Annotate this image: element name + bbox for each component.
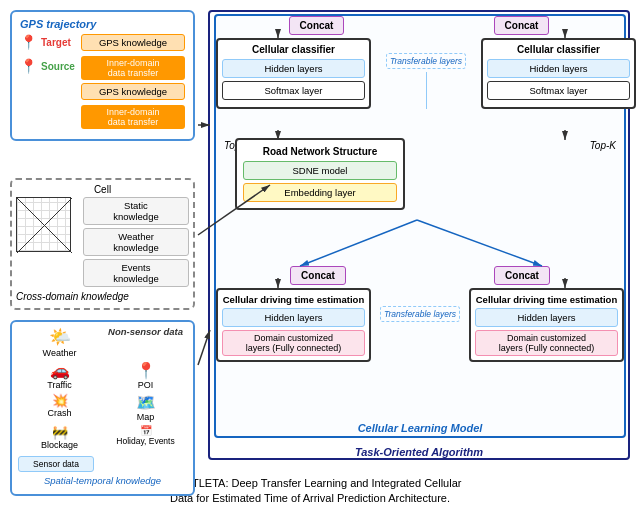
softmax-right: Softmax layer: [487, 81, 630, 100]
concat-top-row: Concat Concat: [214, 16, 624, 35]
blockage-item: 🚧 Blockage: [18, 425, 101, 450]
holiday-item: 📅 Holiday, Events: [104, 425, 187, 450]
poi-item: 📍 POI: [104, 361, 187, 390]
source-pin-icon: 📍: [20, 58, 37, 74]
non-sensor-item: Non-sensor data: [104, 326, 187, 358]
concat-mid-row: Concat Concat: [216, 266, 624, 285]
hidden-layers-est-right: Hidden layers: [475, 308, 618, 327]
cross-domain-box: Cell Staticknowledge Weatherk: [10, 178, 195, 310]
concat-top-right: Concat: [494, 16, 550, 35]
poi-icon: 📍: [136, 361, 156, 380]
gps-title: GPS trajectory: [20, 18, 185, 30]
gps-box: GPS trajectory 📍 Target 📍 Source GPS: [10, 10, 195, 141]
transferable-middle: Transferable layers: [396, 38, 456, 109]
classifier-right: Cellular classifier Hidden layers Softma…: [481, 38, 636, 109]
domain-custom-right: Domain customizedlayers (Fully connected…: [475, 330, 618, 356]
spatial-grid: 🌤️ Weather Non-sensor data 🚗 Traffic 📍 P…: [18, 326, 187, 450]
transferable-label2: Transferable layers: [380, 306, 460, 322]
sensor-data-box: Sensor data: [18, 456, 94, 472]
events-knowledge: Eventsknowledge: [83, 259, 189, 287]
top-k-right: Top-K: [590, 140, 616, 151]
static-knowledge: Staticknowledge: [83, 197, 189, 225]
cell-grid: [16, 197, 71, 252]
hidden-layers-est-left: Hidden layers: [222, 308, 365, 327]
spatial-title: Spatial-temporal knowledge: [18, 475, 187, 486]
crash-icon: 💥: [52, 393, 68, 408]
holiday-icon: 📅: [140, 425, 152, 436]
map-icon: 🗺️: [136, 393, 156, 412]
estimation-row: Cellular driving time estimation Hidden …: [216, 288, 624, 362]
weather-item: 🌤️ Weather: [18, 326, 101, 358]
concat-mid-left: Concat: [290, 266, 346, 285]
road-network-box: Road Network Structure SDNE model Embedd…: [235, 138, 405, 210]
crash-item: 💥 Crash: [18, 393, 101, 422]
estimation-right-title: Cellular driving time estimation: [475, 294, 618, 305]
concat-top-left: Concat: [289, 16, 345, 35]
softmax-left: Softmax layer: [222, 81, 365, 100]
left-panel: GPS trajectory 📍 Target 📍 Source GPS: [10, 10, 205, 440]
hidden-layers-left: Hidden layers: [222, 59, 365, 78]
main-figure: GPS trajectory 📍 Target 📍 Source GPS: [10, 10, 630, 507]
map-item: 🗺️ Map: [104, 393, 187, 422]
diagram-area: GPS trajectory 📍 Target 📍 Source GPS: [10, 10, 630, 470]
blockage-icon: 🚧: [52, 425, 68, 440]
classifiers-row: Cellular classifier Hidden layers Softma…: [216, 38, 636, 109]
cell-label: Cell: [16, 184, 189, 195]
inner-domain-bottom: Inner-domaindata transfer: [81, 105, 185, 129]
road-title: Road Network Structure: [243, 146, 397, 157]
estimation-left: Cellular driving time estimation Hidden …: [216, 288, 371, 362]
task-oriented-label: Task-Oriented Algorithm: [208, 446, 630, 458]
transferable-label: Transferable layers: [386, 53, 466, 69]
target-pin-icon: 📍: [20, 34, 37, 50]
traffic-item: 🚗 Traffic: [18, 361, 101, 390]
weather-knowledge: Weatherknowledge: [83, 228, 189, 256]
classifier-left: Cellular classifier Hidden layers Softma…: [216, 38, 371, 109]
gps-knowledge-bottom: GPS knowledge: [81, 83, 185, 100]
weather-icon: 🌤️: [49, 326, 71, 348]
classifier-left-title: Cellular classifier: [222, 44, 365, 55]
cross-domain-title: Cross-domain knowledge: [16, 291, 189, 302]
hidden-layers-right: Hidden layers: [487, 59, 630, 78]
concat-mid-right: Concat: [494, 266, 550, 285]
sdne-model: SDNE model: [243, 161, 397, 180]
embedding-layer: Embedding layer: [243, 183, 397, 202]
estimation-right: Cellular driving time estimation Hidden …: [469, 288, 624, 362]
knowledge-items: Staticknowledge Weatherknowledge Eventsk…: [83, 197, 189, 287]
traffic-icon: 🚗: [50, 361, 70, 380]
cellular-learning-label: Cellular Learning Model: [214, 422, 626, 434]
gps-knowledge-top: GPS knowledge: [81, 34, 185, 51]
estimation-left-title: Cellular driving time estimation: [222, 294, 365, 305]
classifier-right-title: Cellular classifier: [487, 44, 630, 55]
spatial-temporal-box: 🌤️ Weather Non-sensor data 🚗 Traffic 📍 P…: [10, 320, 195, 496]
inner-domain-top: Inner-domaindata transfer: [81, 56, 185, 80]
transferable-bottom: Transferable layers: [390, 288, 450, 362]
domain-custom-left: Domain customizedlayers (Fully connected…: [222, 330, 365, 356]
